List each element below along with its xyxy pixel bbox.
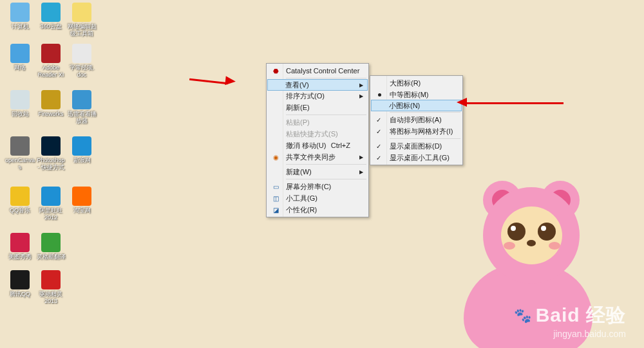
desktop-icon-label: 驱动精灵2013 <box>39 291 62 305</box>
lingoes-icon <box>41 233 61 252</box>
desktop-icon-label: 腾讯QQ <box>10 291 30 298</box>
menu-label: 小图标(N) <box>389 101 420 111</box>
submenu-arrow-icon: ▶ <box>359 82 363 88</box>
fireworks-icon <box>41 90 61 109</box>
desktop-icon-qq[interactable]: 腾讯QQ <box>4 270 36 298</box>
desktop-icon-360cloud[interactable]: 360云盘 <box>35 3 67 30</box>
desktop-icon-writedoc[interactable]: 字常经项.doc <box>66 44 98 78</box>
submenu-large-icons[interactable]: 大图标(R) <box>372 77 461 89</box>
network-icon <box>10 44 30 63</box>
desktop-icon-computer[interactable]: 计算机 <box>4 3 36 30</box>
desktop-icon-label: Fireworks <box>38 111 63 118</box>
photoshop-icon <box>41 136 61 156</box>
menu-label: 刷新(E) <box>286 103 310 113</box>
recycle-icon <box>10 90 30 109</box>
desktop-icon-label: 阿里旺旺2012 <box>39 207 62 221</box>
menu-sort[interactable]: 排序方式(O) ▶ <box>268 90 367 102</box>
submenu-arrow-icon: ▶ <box>359 93 363 99</box>
watermark: 🐾 Baid 经验 jingyan.baidu.com <box>514 302 626 339</box>
desktop-icon-label: QQ音乐 <box>10 207 30 214</box>
menu-refresh[interactable]: 刷新(E) <box>268 102 367 113</box>
submenu-align-grid[interactable]: ✓ 将图标与网格对齐(I) <box>372 125 461 137</box>
menu-view[interactable]: 查看(V) ▶ <box>267 79 368 91</box>
check-icon: ✓ <box>376 154 381 161</box>
menu-label: 粘贴快捷方式(S) <box>286 129 338 139</box>
menu-new[interactable]: 新建(W) ▶ <box>268 166 367 178</box>
desktop-icon-label: AdobeReader XI <box>38 64 64 78</box>
menu-paste-shortcut: 粘贴快捷方式(S) <box>268 128 367 140</box>
desktop-icon-label: 淘宝网 <box>73 207 91 214</box>
sync-icon: ◉ <box>270 152 281 162</box>
desktop-icon-taobao[interactable]: 淘宝网 <box>66 187 98 214</box>
submenu-auto-arrange[interactable]: ✓ 自动排列图标(A) <box>372 114 461 125</box>
menu-label: 查看(V) <box>285 80 309 90</box>
monitor-icon: ▭ <box>270 181 281 192</box>
menu-shortcut: Ctrl+Z <box>331 142 350 149</box>
desktop-icon-label: openCanvas <box>4 157 36 171</box>
menu-label: 排序方式(O) <box>286 91 325 101</box>
desktop-icon-label: 网络编辑超级工具箱 <box>68 23 97 37</box>
menu-separator <box>390 138 460 139</box>
menu-label: Catalyst Control Center <box>286 67 359 75</box>
menu-undo-move[interactable]: 撤消 移动(U) Ctrl+Z <box>268 140 367 151</box>
desktop-icon-label: 迅雷看看播放器 <box>68 111 97 125</box>
aliwang-icon <box>41 187 61 206</box>
view-submenu: 大图标(R) 中等图标(M) 小图标(N) ✓ 自动排列图标(A) ✓ 将图标与… <box>370 75 463 165</box>
360cloud-icon <box>41 3 61 22</box>
menu-label: 新建(W) <box>286 167 312 177</box>
submenu-show-gadgets[interactable]: ✓ 显示桌面小工具(G) <box>372 152 461 163</box>
driver-icon <box>41 270 61 289</box>
desktop-icon-label: 360云盘 <box>40 23 61 30</box>
qq-icon <box>10 270 30 289</box>
menu-screen-resolution[interactable]: ▭ 屏幕分辨率(C) <box>268 181 367 192</box>
taobao-icon <box>72 187 91 206</box>
amd-icon: ⬣ <box>270 66 281 76</box>
menu-catalyst-control-center[interactable]: ⬣ Catalyst Control Center <box>268 65 367 77</box>
submenu-show-desktop-icons[interactable]: ✓ 显示桌面图标(D) <box>372 140 461 152</box>
desktop-icon-aliwang[interactable]: 阿里旺旺2012 <box>35 187 67 221</box>
desktop-icon-qqmusic[interactable]: QQ音乐 <box>4 187 36 214</box>
desktop-icon-opencanvas[interactable]: openCanvas <box>4 136 36 171</box>
menu-separator <box>286 78 366 78</box>
menu-label: 中等图标(M) <box>390 90 429 100</box>
submenu-medium-icons[interactable]: 中等图标(M) <box>372 89 461 100</box>
menu-label: 个性化(R) <box>286 205 317 215</box>
check-icon: ✓ <box>376 116 381 124</box>
menu-separator <box>286 179 366 179</box>
desktop-icon-adobereader[interactable]: AdobeReader XI <box>35 44 67 78</box>
menu-separator <box>286 114 366 115</box>
desktop-icon-label: 计算机 <box>12 23 29 30</box>
desktop-icon-lingoes[interactable]: 灵格斯翻译 <box>35 233 67 261</box>
netedit-icon <box>72 3 91 22</box>
menu-label: 显示桌面图标(D) <box>390 142 442 151</box>
desktop-icon-label: Photoshop- 快捷方式 <box>37 157 64 171</box>
gadget-icon: ◫ <box>270 193 281 203</box>
desktop-icon-netedit[interactable]: 网络编辑超级工具箱 <box>66 3 98 37</box>
personalize-icon: ◪ <box>270 205 281 215</box>
adobereader-icon <box>41 44 61 63</box>
menu-shared-folder-sync[interactable]: ◉ 共享文件夹同步 ▶ <box>268 151 367 163</box>
desktop-icon-meitu[interactable]: 美图秀秀 <box>4 233 36 261</box>
desktop-icon-xinlang[interactable]: 新浪网 <box>66 136 98 164</box>
submenu-small-icons[interactable]: 小图标(N) <box>371 100 462 111</box>
menu-paste: 粘贴(P) <box>268 116 367 128</box>
menu-label: 撤消 移动(U) <box>286 141 326 151</box>
menu-gadgets[interactable]: ◫ 小工具(G) <box>268 192 367 204</box>
computer-icon <box>10 3 30 22</box>
desktop-icon-photoshop[interactable]: Photoshop- 快捷方式 <box>35 136 67 171</box>
desktop-icon-label: 新浪网 <box>73 157 91 164</box>
menu-label: 自动排列图标(A) <box>390 115 442 125</box>
qqmusic-icon <box>10 187 30 206</box>
desktop-icon-recycle[interactable]: 回收站 <box>4 90 36 118</box>
desktop-icon-network[interactable]: 网络 <box>4 44 36 71</box>
desktop-icon-player[interactable]: 迅雷看看播放器 <box>66 90 98 125</box>
submenu-arrow-icon: ▶ <box>359 169 363 175</box>
desktop-icon-driver[interactable]: 驱动精灵2013 <box>35 270 67 305</box>
desktop-icon-fireworks[interactable]: Fireworks <box>35 90 67 118</box>
meitu-icon <box>10 233 30 252</box>
menu-personalize[interactable]: ◪ 个性化(R) <box>268 204 367 215</box>
menu-label: 显示桌面小工具(G) <box>390 153 450 163</box>
desktop-icon-label: 字常经项.doc <box>70 64 95 78</box>
writedoc-icon <box>72 44 91 63</box>
menu-label: 小工具(G) <box>286 194 317 203</box>
